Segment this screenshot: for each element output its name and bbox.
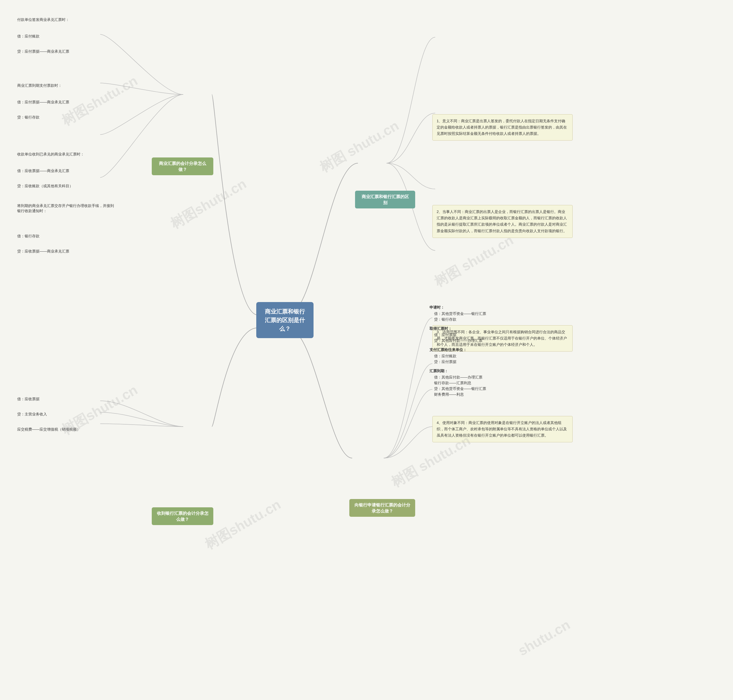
branch-receive: 收到银行汇票的会计分录怎么做？	[152, 507, 213, 525]
center-label: 商业汇票和银行汇票的区别是什么？	[265, 308, 305, 332]
watermark-1: 树图shutu.cn	[59, 72, 141, 130]
branch-commercial-label: 商业汇票的会计分录怎么做？	[159, 161, 206, 172]
bj-item10: 财务费用——利息	[430, 392, 486, 397]
sec2-item2: 贷：银行存款	[17, 115, 69, 120]
branch-receive-label: 收到银行汇票的会计分录怎么做？	[157, 511, 209, 522]
branch-bank-label: 向银行申请银行汇票的会计分录怎么做？	[355, 503, 410, 513]
bj-title4: 汇票到期：	[430, 368, 486, 374]
diff-text-4: 4、使用对象不同：商业汇票的使用对象是在银行开立账户的法人或者其他组织，而个体工…	[437, 421, 567, 437]
watermark-3: 树图 shutu.cn	[316, 116, 402, 176]
bj-title3: 支付汇票给往来单位：	[430, 347, 486, 353]
watermark-6: 树图shutu.cn	[202, 495, 284, 553]
branch-commercial: 商业汇票的会计分录怎么做？	[152, 157, 213, 175]
sec3-item1: 借：应收票据——商业承兑汇票	[17, 168, 84, 174]
connector-lines	[0, 0, 733, 700]
sec2-item1: 借：应付票据——商业承兑汇票	[17, 100, 69, 105]
center-node: 商业汇票和银行汇票的区别是什么？	[256, 302, 314, 338]
watermark-2: 树图shutu.cn	[167, 175, 250, 233]
branch-diff: 商业汇票和银行汇票的区别	[355, 191, 415, 209]
sec4-item1: 借：银行存款	[17, 234, 115, 239]
sec4-item2: 贷：应收票据——商业承兑汇票	[17, 249, 115, 254]
sec4-title: 将到期的商业承兑汇票交存开户银行办理收款手续，并接到银行收款通知时：	[17, 203, 115, 213]
diff-textbox-2: 2、当事人不同：商业汇票的出票人是企业，而银行汇票的出票人是银行。商业汇票的收款…	[432, 205, 573, 238]
commercial-section-3: 收款单位收到已承兑的商业承兑汇票时： 借：应收票据——商业承兑汇票 贷：应收账款…	[17, 152, 84, 167]
commercial-section-4: 将到期的商业承兑汇票交存开户银行办理收款手续，并接到银行收款通知时： 借：银行存…	[17, 203, 115, 224]
branch-diff-label: 商业汇票和银行汇票的区别	[362, 194, 409, 205]
sec1-item2: 贷：应付票据——商业承兑汇票	[17, 49, 69, 54]
sec3-title: 收款单位收到已承兑的商业承兑汇票时：	[17, 152, 84, 157]
diff-textbox-1: 1、意义不同：商业汇票是出票人签发的，委托付款人在指定日期无条件支付确定的金额给…	[432, 114, 573, 141]
bank-journal: 申请时： 借：其他货币资金——银行汇票 贷：银行存款 取得汇票时： 借：应付票据…	[430, 305, 486, 398]
bj-item4: 贷：其他应付款——办理汇票	[430, 338, 486, 343]
bj-item6: 贷：应付票据	[430, 359, 486, 365]
bj-item1: 借：其他货币资金——银行汇票	[430, 311, 486, 316]
sec3-item2: 贷：应收账款（或其他有关科目）	[17, 184, 84, 189]
receive-item2: 贷：主营业务收入	[17, 412, 81, 417]
diff-text-2: 2、当事人不同：商业汇票的出票人是企业，而银行汇票的出票人是银行。商业汇票的收款…	[437, 210, 567, 233]
commercial-section-2: 商业汇票到期支付票款时： 借：应付票据——商业承兑汇票 贷：银行存款	[17, 83, 69, 99]
receive-item3: 应交税费——应交增值税（销项税额）	[17, 427, 81, 432]
diff-textbox-4: 4、使用对象不同：商业汇票的使用对象是在银行开立账户的法人或者其他组织，而个体工…	[432, 416, 573, 442]
bj-title1: 申请时：	[430, 305, 486, 310]
bj-item3: 借：应付票据	[430, 332, 486, 338]
bj-title2: 取得汇票时：	[430, 326, 486, 331]
sec1-title: 付款单位签发商业承兑汇票时：	[17, 17, 69, 22]
sec1-item1: 借：应付账款	[17, 34, 69, 39]
bj-item7: 借：其他应付款——办理汇票	[430, 375, 486, 380]
branch-bank: 向银行申请银行汇票的会计分录怎么做？	[349, 499, 415, 517]
bj-item9: 贷：其他货币资金——银行汇票	[430, 386, 486, 391]
watermark-4: 树图 shutu.cn	[431, 231, 517, 291]
receive-item1: 借：应收票据	[17, 397, 81, 401]
bj-item2: 贷：银行存款	[430, 317, 486, 322]
receive-journal: 借：应收票据 贷：主营业务收入 应交税费——应交增值税（销项税额）	[17, 397, 81, 412]
bj-item8: 银行存款——汇票利息	[430, 381, 486, 386]
bj-item5: 借：应付账款	[430, 354, 486, 359]
watermark-8: shutu.cn	[515, 617, 573, 659]
diff-text-1: 1、意义不同：商业汇票是出票人签发的，委托付款人在指定日期无条件支付确定的金额给…	[437, 119, 567, 136]
sec2-title: 商业汇票到期支付票款时：	[17, 83, 69, 88]
mindmap-container: 树图shutu.cn 树图shutu.cn 树图 shutu.cn 树图 shu…	[0, 0, 733, 700]
commercial-section-1: 付款单位签发商业承兑汇票时： 借：应付账款 贷：应付票据——商业承兑汇票	[17, 17, 69, 32]
